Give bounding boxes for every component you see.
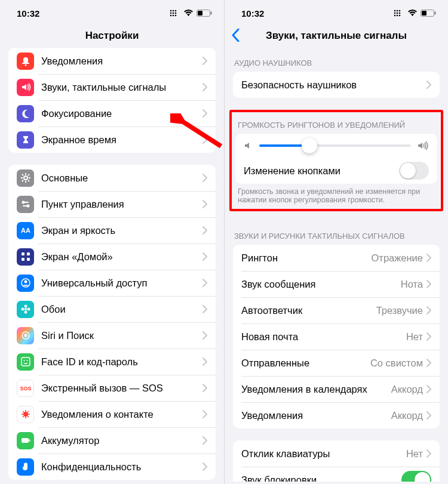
sound-row[interactable]: РингтонОтражение [233, 245, 440, 271]
settings-row-faceid[interactable]: Face ID и код-пароль [8, 349, 216, 375]
settings-row-screentime[interactable]: Экранное время [8, 127, 216, 153]
row-label: Экранное время [41, 134, 202, 146]
svg-point-58 [397, 10, 398, 12]
row-label: Аккумулятор [41, 435, 202, 446]
settings-row-controlcenter[interactable]: Пункт управления [8, 191, 216, 217]
svg-point-60 [394, 13, 396, 14]
svg-rect-29 [22, 252, 24, 255]
row-label: Face ID и код-пароль [41, 356, 202, 368]
toggle-change-buttons[interactable] [399, 162, 429, 180]
settings-row-general[interactable]: Основные [8, 165, 216, 191]
chevron-right-icon [202, 226, 207, 235]
settings-row-focus[interactable]: Фокусирование [8, 100, 216, 127]
row-label: Основные [41, 172, 202, 184]
group-headphones: Безопасность наушников [233, 72, 440, 98]
group-volume: Изменение кнопками [235, 134, 437, 184]
annotation-highlight: ГРОМКОСТЬ РИНГТОНОВ И УВЕДОМЛЕНИЙ Измене… [229, 110, 443, 211]
section-header-volume: ГРОМКОСТЬ РИНГТОНОВ И УВЕДОМЛЕНИЙ [232, 112, 441, 134]
person-icon [17, 275, 34, 292]
svg-point-0 [170, 10, 172, 12]
svg-rect-30 [27, 252, 30, 255]
row-label: Siri и Поиск [41, 330, 202, 341]
sound-row[interactable]: АвтоответчикТрезвучие [233, 297, 440, 323]
svg-rect-11 [211, 12, 212, 15]
row-detail: Со свистом [370, 357, 423, 369]
settings-row-wallpaper[interactable]: Обои [8, 296, 216, 322]
row-detail: Аккорд [391, 410, 423, 421]
settings-group-1: УведомленияЗвуки, тактильные сигналыФоку… [8, 48, 216, 153]
settings-row-privacy[interactable]: Конфиденциальность [8, 454, 216, 480]
chevron-right-icon [202, 436, 207, 445]
svg-rect-68 [435, 12, 436, 15]
speaker-min-icon [244, 141, 253, 150]
chevron-right-icon [202, 174, 207, 182]
volume-slider[interactable] [259, 144, 411, 147]
toggle-knob [400, 163, 416, 178]
svg-point-35 [24, 308, 27, 310]
moon-icon [17, 105, 34, 122]
svg-rect-13 [22, 63, 29, 64]
switches-icon [17, 196, 34, 213]
toggle-lock-sound[interactable] [401, 471, 431, 482]
row-label: Пункт управления [41, 199, 202, 210]
row-headphone-safety[interactable]: Безопасность наушников [233, 72, 440, 98]
sound-row[interactable]: УведомленияАккорд [233, 402, 440, 428]
svg-point-41 [24, 334, 27, 337]
row-lock-sound[interactable]: Звук блокировки [233, 467, 440, 482]
gear-icon [17, 169, 34, 187]
chevron-right-icon [202, 410, 207, 418]
slider-thumb[interactable] [302, 138, 317, 153]
nav-bar: Звуки, тактильные сигналы [225, 26, 448, 48]
svg-line-23 [22, 180, 23, 181]
wifi-icon [407, 10, 418, 17]
row-label: Конфиденциальность [41, 461, 202, 473]
svg-point-7 [173, 15, 174, 17]
chevron-right-icon [202, 252, 207, 261]
settings-row-siri[interactable]: Siri и Поиск [8, 322, 216, 349]
speaker-max-icon [417, 141, 429, 150]
row-keyboard-clicks[interactable]: Отклик клавиатуры Нет [233, 440, 440, 467]
hourglass-icon [17, 131, 34, 149]
battery-icon [17, 432, 34, 449]
svg-line-54 [23, 416, 24, 417]
chevron-right-icon [202, 305, 207, 313]
settings-row-display[interactable]: AAЭкран и яркость [8, 217, 216, 243]
chevron-right-icon [426, 449, 431, 458]
sound-row[interactable]: ОтправленныеСо свистом [233, 350, 440, 376]
svg-line-53 [27, 411, 29, 412]
chevron-right-icon [426, 81, 431, 89]
sound-row[interactable]: Звук сообщенияНота [233, 271, 440, 297]
svg-point-62 [399, 13, 401, 14]
settings-root-screen: 10:32 Настройки УведомленияЗвуки, тактил… [0, 0, 224, 484]
svg-point-2 [175, 10, 177, 12]
back-button[interactable] [232, 29, 240, 45]
settings-row-accessibility[interactable]: Универсальный доступ [8, 270, 216, 296]
chevron-right-icon [202, 57, 207, 65]
chevron-right-icon [426, 359, 431, 367]
chevron-right-icon [426, 332, 431, 341]
sound-row[interactable]: Новая почтаНет [233, 323, 440, 350]
sound-row[interactable]: Уведомления в календаряхАккорд [233, 376, 440, 402]
svg-line-52 [27, 416, 29, 417]
chevron-right-icon [202, 200, 207, 208]
virus-icon [17, 406, 34, 423]
settings-scroll[interactable]: УведомленияЗвуки, тактильные сигналыФоку… [0, 48, 224, 482]
sounds-screen: 10:32 Звуки, тактильные сигналы АУДИО НА… [224, 0, 448, 484]
row-label: Звуки, тактильные сигналы [41, 82, 202, 93]
sounds-scroll[interactable]: АУДИО НАУШНИКОВ Безопасность наушников Г… [225, 48, 448, 482]
settings-row-sos[interactable]: SOSЭкстренный вызов — SOS [8, 375, 216, 401]
settings-row-sounds[interactable]: Звуки, тактильные сигналы [8, 74, 216, 100]
svg-rect-32 [27, 258, 30, 261]
cellular-icon [170, 10, 180, 17]
settings-row-home[interactable]: Экран «Домой» [8, 243, 216, 270]
settings-row-notifications[interactable]: Уведомления [8, 48, 216, 74]
chevron-right-icon [202, 331, 207, 340]
settings-row-exposure[interactable]: Уведомления о контакте [8, 401, 216, 427]
chevron-right-icon [202, 279, 207, 287]
svg-point-39 [27, 308, 30, 311]
row-change-with-buttons[interactable]: Изменение кнопками [235, 158, 437, 184]
svg-point-14 [24, 64, 26, 66]
row-label: Экстренный вызов — SOS [41, 383, 202, 394]
row-label: Новая почта [241, 331, 406, 343]
settings-row-battery[interactable]: Аккумулятор [8, 427, 216, 454]
